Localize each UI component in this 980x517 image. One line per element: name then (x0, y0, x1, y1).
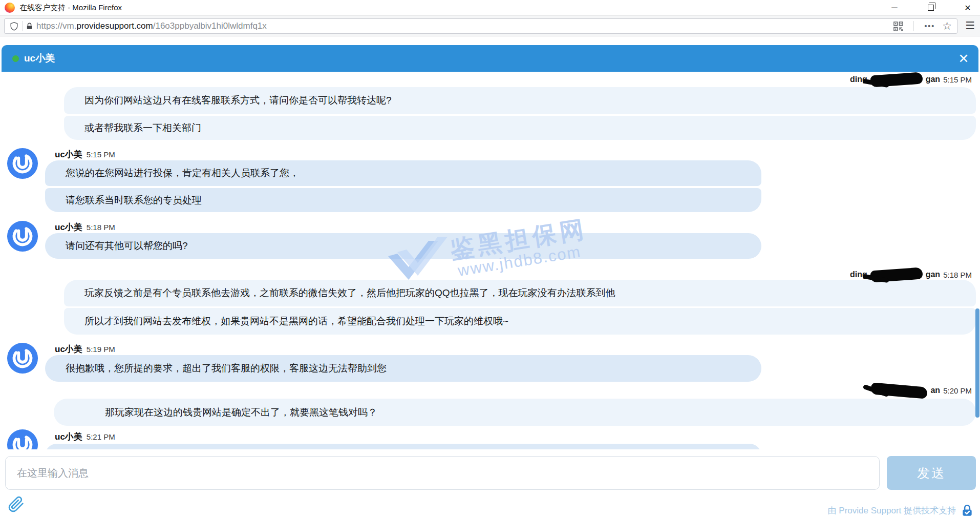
message-text: 那玩家现在这边的钱贵网站是确定不出了，就要黑这笔钱对吗？ (105, 406, 377, 419)
visitor-meta: ding gan 5:18 PM (850, 268, 972, 281)
message-text: 玩家反馈之前是有个专员联系他去游戏，之前联系的微信失效了，然后他把玩家的QQ也拉… (84, 286, 615, 300)
visitor-name-fragment: gan (926, 75, 940, 84)
agent-name: uc小美 (55, 344, 82, 354)
scrollbar-thumb[interactable] (975, 308, 979, 418)
online-status-dot (12, 55, 19, 62)
visitor-name-fragment: gan (926, 270, 940, 279)
agent-name-row: uc小美5:18 PM (55, 221, 115, 233)
visitor-meta: ding gan 5:15 PM (850, 73, 972, 86)
message-time: 5:15 PM (87, 150, 115, 159)
message-bubble: 那玩家现在这边的钱贵网站是确定不出了，就要黑这笔钱对吗？ (54, 399, 976, 426)
message-text: 很抱歉哦，您所提的要求，超出了我们客服的权限，客服这边无法帮助到您 (66, 362, 387, 375)
visitor-name-fragment: an (930, 386, 940, 395)
message-time: 5:18 PM (87, 223, 115, 232)
agent-name: uc小美 (55, 150, 82, 159)
send-button[interactable]: 发送 (887, 456, 976, 490)
tracking-shield-icon[interactable] (9, 22, 19, 31)
message-text: 您说的在您网站进行投保，肯定有相关人员联系了您， (66, 167, 299, 180)
message-bubble (45, 444, 761, 449)
visitor-meta: an 5:20 PM (868, 384, 972, 397)
redaction-scribble (870, 267, 923, 282)
agent-name: uc小美 (55, 222, 82, 232)
window-title: 在线客户支持 - Mozilla Firefox (19, 3, 122, 13)
agent-avatar (7, 429, 38, 449)
agent-avatar (7, 220, 38, 252)
message-text: 因为你们网站这边只有在线客服联系方式，请问你是否可以帮我转达呢? (84, 94, 392, 107)
chat-agent-title: uc小美 (24, 52, 55, 65)
message-time: 5:21 PM (87, 432, 115, 441)
agent-name: uc小美 (55, 432, 82, 442)
agent-name-row: uc小美5:19 PM (55, 343, 115, 355)
qr-code-icon[interactable] (893, 22, 903, 31)
message-bubble: 您说的在您网站进行投保，肯定有相关人员联系了您， (45, 160, 761, 186)
message-text: 所以才到我们网站去发布维权，如果贵网站不是黑网的话，希望能配合我们处理一下玩家的… (84, 315, 508, 328)
url-bar[interactable]: https://vm.providesupport.com/16o3ppbyal… (4, 18, 957, 34)
redaction-scribble (871, 382, 928, 399)
urlbar-divider (913, 21, 914, 31)
agent-name-row: uc小美5:15 PM (55, 149, 115, 160)
lock-icon[interactable] (26, 22, 33, 31)
message-time: 5:19 PM (87, 345, 115, 354)
url-path: /16o3ppbyalbiv1hi0lwldmfq1x (153, 21, 267, 31)
chat-close-button[interactable]: ✕ (956, 51, 971, 66)
message-bubble: 所以才到我们网站去发布维权，如果贵网站不是黑网的话，希望能配合我们处理一下玩家的… (64, 308, 976, 335)
message-bubble: 因为你们网站这边只有在线客服联系方式，请问你是否可以帮我转达呢? (64, 87, 976, 114)
secure-lock-icon (961, 503, 974, 517)
message-text: 请问还有其他可以帮您的吗? (66, 239, 188, 253)
attachment-paperclip-icon[interactable] (7, 495, 25, 513)
close-window-button[interactable]: ✕ (957, 0, 978, 15)
message-text: 请您联系当时联系您的专员处理 (66, 194, 202, 207)
message-bubble: 请问还有其他可以帮您的吗? (45, 233, 761, 259)
urlbar-divider (22, 21, 23, 31)
agent-avatar (7, 342, 38, 374)
page-actions-icon[interactable]: ••• (924, 22, 935, 30)
restore-icon (928, 5, 934, 11)
message-time: 5:20 PM (943, 386, 972, 395)
bookmark-star-icon[interactable]: ☆ (942, 20, 952, 32)
firefox-logo-icon (5, 3, 15, 13)
message-bubble: 很抱歉哦，您所提的要求，超出了我们客服的权限，客服这边无法帮助到您 (45, 355, 761, 382)
restore-button[interactable] (921, 0, 941, 15)
url-scheme: https://vm. (36, 21, 76, 31)
message-text: 或者帮我联系一下相关部门 (84, 121, 201, 135)
browser-toolbar: https://vm.providesupport.com/16o3ppbyal… (0, 15, 980, 36)
url-text: https://vm.providesupport.com/16o3ppbyal… (36, 21, 267, 31)
powered-by-row: 由 Provide Support 提供技术支持 (828, 503, 974, 517)
powered-by-link[interactable]: 由 Provide Support 提供技术支持 (828, 505, 956, 516)
chat-message-area: ding gan 5:15 PM 因为你们网站这边只有在线客服联系方式，请问你是… (0, 72, 980, 449)
minimize-button[interactable]: ─ (884, 0, 905, 15)
message-bubble: 请您联系当时联系您的专员处理 (45, 188, 761, 212)
chat-header: uc小美 ✕ (2, 45, 978, 72)
agent-avatar (7, 148, 38, 179)
message-bubble: 或者帮我联系一下相关部门 (64, 116, 976, 140)
window-titlebar: 在线客户支持 - Mozilla Firefox ─ ✕ (0, 0, 980, 15)
message-bubble: 玩家反馈之前是有个专员联系他去游戏，之前联系的微信失效了，然后他把玩家的QQ也拉… (64, 280, 976, 306)
firefox-window: 在线客户支持 - Mozilla Firefox ─ ✕ https://vm.… (0, 0, 980, 517)
url-domain: providesupport.com (76, 21, 153, 31)
agent-name-row: uc小美5:21 PM (55, 431, 115, 442)
message-input[interactable] (5, 456, 880, 490)
menu-hamburger-icon[interactable]: ☰ (965, 19, 975, 32)
message-time: 5:15 PM (943, 75, 972, 84)
redaction-scribble (870, 72, 923, 87)
message-time: 5:18 PM (943, 271, 972, 279)
